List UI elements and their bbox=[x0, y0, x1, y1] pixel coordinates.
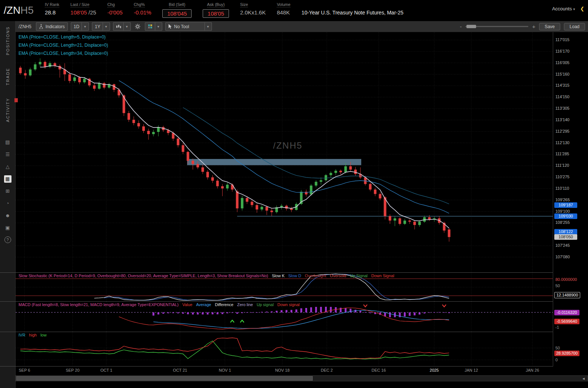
zoom-in-button[interactable]: + bbox=[532, 23, 535, 30]
chart-scrollbar[interactable]: ◄ bbox=[16, 375, 588, 381]
active-tool-dropdown[interactable]: No Tool ▾ bbox=[165, 22, 212, 31]
chart-note-marker[interactable] bbox=[14, 98, 18, 102]
x-axis-label: DEC 16 bbox=[372, 368, 386, 372]
ivr-mid-axis-label: 50 bbox=[555, 346, 560, 350]
y-axis-label: 113'140 bbox=[555, 117, 585, 122]
size-field: Size 2.0Kx1.6K bbox=[240, 2, 266, 16]
clock-icon[interactable]: ◔ bbox=[4, 200, 11, 207]
chart-settings-gear-icon[interactable] bbox=[134, 23, 142, 30]
y-axis-label: 116'170 bbox=[555, 49, 585, 53]
scrollbar-thumb[interactable] bbox=[16, 376, 313, 381]
price-alert-bubble: 109'030 bbox=[554, 213, 577, 219]
collapse-panel-icon[interactable]: ❮ bbox=[580, 6, 584, 11]
stoch-mid-axis-label: 50 bbox=[555, 283, 560, 288]
x-axis-label: JAN 26 bbox=[526, 368, 539, 372]
contract-description: 10-Year U.S. Treasury Note Futures, Mar-… bbox=[302, 10, 403, 16]
ivr-floor-axis-label: 0 bbox=[555, 358, 558, 362]
down-signal-arrow bbox=[442, 305, 446, 307]
chart-icon[interactable]: ▦ bbox=[4, 175, 11, 183]
symbol-expiry: H5 bbox=[20, 4, 34, 16]
main-chart[interactable] bbox=[16, 32, 553, 272]
chg-pct-field: Chg% -0.01% bbox=[134, 2, 152, 16]
macd-value-line bbox=[119, 308, 449, 330]
ivr-plot[interactable] bbox=[16, 332, 553, 366]
zoom-slider-handle[interactable] bbox=[466, 25, 476, 28]
chevron-down-icon: ▾ bbox=[103, 23, 107, 30]
volume-field: Volume 848K bbox=[277, 2, 290, 16]
ema-layer bbox=[40, 66, 449, 228]
accounts-dropdown[interactable]: Accounts ▾ bbox=[552, 6, 575, 11]
up-signal-arrow bbox=[230, 320, 234, 322]
y-axis-label: 117'015 bbox=[555, 37, 585, 42]
range-dropdown[interactable]: 1Y▾ bbox=[92, 22, 110, 31]
stochastic-plot[interactable] bbox=[16, 273, 553, 301]
pattern-grid-icon bbox=[148, 24, 153, 29]
time-axis[interactable]: SEP 6SEP 20OCT 1OCT 21NOV 1NOV 18DEC 2DE… bbox=[16, 367, 553, 375]
iv-rank-label: IV Rank bbox=[45, 2, 59, 7]
macd-panel[interactable]: MACD (Fast length=8, Slow length=21, MAC… bbox=[16, 302, 553, 332]
last-size-value: /25 bbox=[89, 9, 96, 16]
bid-button[interactable]: 108'045 bbox=[162, 9, 192, 18]
chevron-down-icon: ▾ bbox=[82, 23, 86, 30]
sidebar-tab-trade[interactable]: TRADE bbox=[6, 68, 10, 85]
x-axis-label: OCT 1 bbox=[100, 368, 112, 372]
price-axis[interactable]: 80.0000000 50 12.1488900 -0.0116320 -0.5… bbox=[553, 32, 588, 367]
ivr-panel[interactable]: IVRhighlow bbox=[16, 332, 553, 366]
watchlist-icon[interactable]: ☰ bbox=[4, 151, 11, 158]
ask-button[interactable]: 108'05 bbox=[203, 9, 229, 18]
apps-grid-icon[interactable]: ⊞ bbox=[4, 188, 11, 195]
x-axis-label: SEP 20 bbox=[66, 368, 79, 372]
macd-difference-bubble: -0.0116320 bbox=[554, 310, 579, 315]
x-axis-label: SEP 6 bbox=[19, 368, 30, 372]
ask-label: Ask (Buy) bbox=[207, 2, 225, 7]
candlestick-style-icon bbox=[116, 24, 121, 29]
grid-layer bbox=[16, 32, 553, 272]
chart-toolbar: /ZNH5 Indicators 1D▾ 1Y▾ ▾ ▾ bbox=[16, 21, 588, 32]
zoom-slider[interactable] bbox=[465, 26, 528, 27]
scroll-left-button[interactable]: ◄ bbox=[580, 376, 587, 381]
iv-rank-field: IV Rank 28.8 bbox=[45, 2, 59, 16]
stochastic-panel[interactable]: Slow Stochastic (K Period=14, D Period=9… bbox=[16, 273, 553, 301]
macd-plot[interactable] bbox=[16, 302, 553, 332]
archive-icon[interactable]: ▣ bbox=[4, 224, 11, 232]
sidebar-tab-activity[interactable]: ACTIVITY bbox=[6, 98, 10, 122]
size-value: 2.0Kx1.6K bbox=[240, 9, 266, 16]
chg-label: Chg bbox=[107, 2, 115, 7]
sidebar-tab-positions[interactable]: POSITIONS bbox=[6, 26, 10, 55]
sidebar-icon-stack: ▤☰△▦⊞◔☻▣? bbox=[4, 139, 11, 243]
bid-field: Bid (Sell) 108'045 bbox=[162, 2, 192, 18]
chevron-down-icon: ▾ bbox=[155, 23, 159, 30]
volume-label: Volume bbox=[277, 2, 290, 7]
main-chart-area[interactable]: EMA (Price=CLOSE, Length=5, Displace=0)E… bbox=[16, 32, 553, 272]
up-signal-arrow bbox=[240, 320, 244, 322]
indicators-button[interactable]: Indicators bbox=[36, 22, 68, 31]
price-alert-bubble: 109'187 bbox=[554, 202, 577, 208]
chevron-down-icon: ▾ bbox=[205, 23, 209, 30]
x-axis-label: 2025 bbox=[430, 368, 439, 372]
load-button[interactable]: Load bbox=[564, 23, 585, 30]
chg-field: Chg -0'005 bbox=[107, 2, 123, 16]
last-size-field: Last / Size 108'05 /25 bbox=[70, 2, 96, 16]
timeframe-dropdown[interactable]: 1D▾ bbox=[71, 22, 89, 31]
y-axis-label: 114'315 bbox=[555, 83, 585, 87]
down-signal-arrow bbox=[363, 305, 367, 307]
price-alert-bubble: 108'122 bbox=[554, 229, 577, 235]
macd-floor-axis-label: -1 bbox=[555, 325, 559, 329]
drawing-set-dropdown[interactable]: ▾ bbox=[145, 22, 162, 31]
ivr-current-value-bubble: 28.9285700 bbox=[554, 351, 579, 356]
x-axis-label: OCT 21 bbox=[173, 368, 187, 372]
toolbar-symbol-label: /ZNH5 bbox=[19, 24, 31, 29]
chart-style-dropdown[interactable]: ▾ bbox=[113, 22, 131, 31]
y-axis-label: 108'255 bbox=[555, 220, 585, 225]
y-axis-label: 115'160 bbox=[555, 72, 585, 76]
flask-icon[interactable]: △ bbox=[4, 163, 11, 170]
save-button[interactable]: Save bbox=[539, 23, 560, 30]
ivr-low-line bbox=[20, 341, 449, 359]
zoom-out-button[interactable]: - bbox=[460, 23, 462, 30]
quote-header: /ZN H5 IV Rank 28.8 Last / Size 108'05 /… bbox=[0, 0, 588, 21]
y-axis-label: 110'275 bbox=[555, 175, 585, 179]
monitor-icon[interactable]: ▤ bbox=[4, 139, 11, 146]
help-icon[interactable]: ? bbox=[4, 236, 11, 243]
users-icon[interactable]: ☻ bbox=[4, 212, 11, 219]
y-axis-label: 107'080 bbox=[555, 255, 585, 259]
